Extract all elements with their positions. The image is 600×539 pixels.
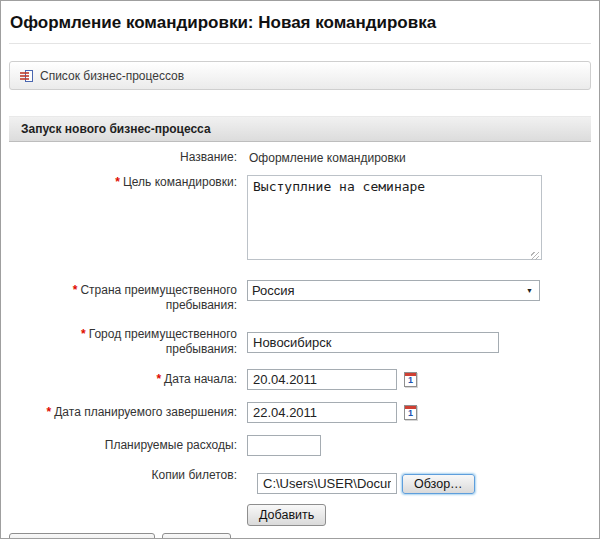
form-row-expenses: Планируемые расходы: [9,435,591,456]
form-row-start-date: *Дата начала: 1 [9,369,591,390]
footer-buttons: Новая командировка Отмена [9,533,591,539]
calendar-icon[interactable]: 1 [404,372,417,387]
start-date-label: *Дата начала: [9,372,247,387]
country-label: *Страна преимущественного пребывания: [9,280,247,313]
tickets-label: Копии билетов: [9,468,247,483]
browse-button[interactable]: Обзор… [402,474,475,494]
add-button[interactable]: Добавить [247,504,326,526]
page-title: Оформление командировки: Новая командиро… [10,13,591,33]
resize-grip-icon[interactable] [531,252,539,260]
form-row-name: Название: Оформление командировки [9,150,591,165]
cancel-button[interactable]: Отмена [162,533,231,539]
end-date-input[interactable] [247,402,397,423]
business-process-list-link[interactable]: Список бизнес-процессов [19,69,184,83]
end-date-label: *Дата планируемого завершения: [9,405,247,420]
city-input[interactable] [247,332,499,353]
business-process-list-icon [19,69,34,83]
calendar-icon-digit: 1 [405,376,416,386]
form-row-tickets: Копии билетов: Обзор… Добавить [9,468,591,526]
calendar-icon[interactable]: 1 [404,405,417,420]
required-asterisk: * [47,405,52,419]
required-asterisk: * [73,283,78,297]
required-asterisk: * [156,372,161,386]
purpose-label: *Цель командировки: [9,175,247,190]
expenses-label: Планируемые расходы: [9,438,247,453]
country-select-wrap: Россия ▼ [247,280,540,301]
toolbar-link-label: Список бизнес-процессов [40,69,184,83]
section-header: Запуск нового бизнес-процесса [9,116,591,142]
file-upload-control: Обзор… [257,473,591,494]
new-trip-button[interactable]: Новая командировка [9,533,155,539]
country-select[interactable]: Россия [247,280,540,301]
toolbar: Список бизнес-процессов [9,61,591,90]
new-trip-form: Название: Оформление командировки *Цель … [9,142,591,526]
calendar-icon-digit: 1 [405,409,416,419]
form-row-end-date: *Дата планируемого завершения: 1 [9,402,591,423]
title-divider [9,43,591,44]
page: Оформление командировки: Новая командиро… [0,0,600,539]
file-path-input[interactable] [257,473,397,494]
form-row-city: *Город преимущественного пребывания: [9,327,591,357]
start-date-input[interactable] [247,369,397,390]
city-label: *Город преимущественного пребывания: [9,327,247,357]
name-value: Оформление командировки [247,151,591,165]
name-label: Название: [9,150,247,165]
form-row-purpose: *Цель командировки: Выступлние на семина… [9,175,591,264]
expenses-input[interactable] [247,435,321,456]
purpose-textarea-wrap: Выступлние на семинаре [247,175,542,264]
required-asterisk: * [81,327,86,341]
required-asterisk: * [115,175,120,189]
form-row-country: *Страна преимущественного пребывания: Ро… [9,280,591,313]
purpose-textarea[interactable]: Выступлние на семинаре [247,175,542,260]
